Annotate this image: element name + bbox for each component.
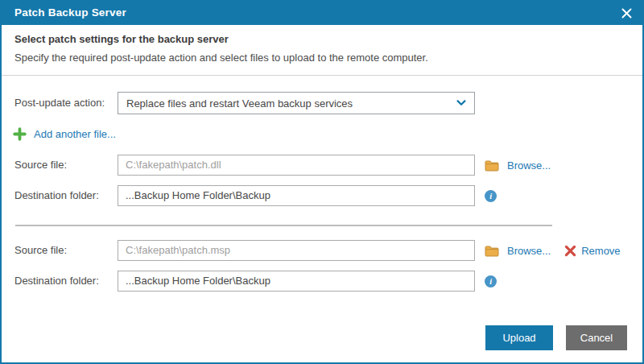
folder-icon [485,159,499,172]
page-title: Select patch settings for the backup ser… [14,33,229,45]
folder-icon [485,245,499,257]
close-icon [621,8,632,19]
destination-folder-label: Destination folder: [14,185,99,206]
info-icon: i [485,190,497,202]
browse-link[interactable]: Browse... [507,245,551,257]
divider [2,75,642,76]
destination-info-button[interactable]: i [485,185,497,206]
browse-folder-button[interactable] [485,159,499,172]
browse-folder-button[interactable] [485,245,499,257]
source-file-label: Source file: [14,240,67,261]
plus-icon [13,127,27,141]
destination-info-button[interactable]: i [485,271,497,292]
dialog-title: Patch Backup Server [14,6,126,19]
source-file-input: C:\fakepath\patch.msp [118,240,475,261]
remove-link[interactable]: Remove [581,245,620,257]
info-icon: i [485,275,497,287]
source-file-input: C:\fakepath\patch.dll [118,155,475,176]
svg-text:i: i [489,277,492,286]
destination-folder-input[interactable]: ...Backup Home Folder\Backup [118,271,475,292]
destination-folder-input[interactable]: ...Backup Home Folder\Backup [118,185,475,206]
post-update-action-label: Post-update action: [14,93,105,114]
remove-file-button[interactable]: Remove [564,245,620,257]
upload-button[interactable]: Upload [485,325,553,350]
divider [15,225,552,226]
post-update-action-value: Replace files and restart Veeam backup s… [126,97,353,110]
svg-text:i: i [489,192,492,201]
cancel-button[interactable]: Cancel [566,325,627,350]
browse-link[interactable]: Browse... [507,159,551,172]
add-another-file-link[interactable]: Add another file... [13,127,116,141]
close-button[interactable] [618,5,634,21]
add-another-file-label: Add another file... [34,128,116,140]
page-subtitle: Specify the required post-update action … [14,52,428,64]
chevron-down-icon [456,100,466,106]
source-file-label: Source file: [14,155,67,176]
patch-backup-server-dialog: Patch Backup Server Select patch setting… [0,0,644,364]
destination-folder-label: Destination folder: [14,271,99,292]
titlebar: Patch Backup Server [0,0,644,25]
remove-x-icon [564,245,576,257]
post-update-action-select[interactable]: Replace files and restart Veeam backup s… [118,92,475,114]
